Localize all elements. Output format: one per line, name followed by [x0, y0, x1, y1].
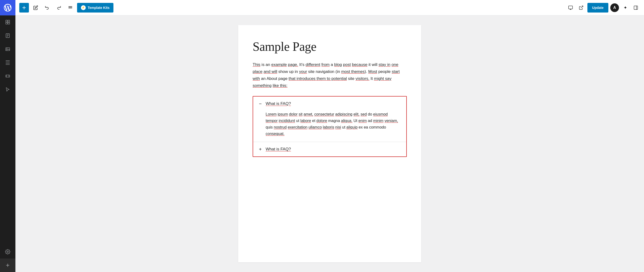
faq-item-1: − What is FAQ? Lorem ipsum dolor sit ame… [253, 96, 406, 142]
undo-button[interactable] [42, 3, 52, 12]
svg-rect-2 [6, 22, 8, 24]
faq-answer-1: Lorem ipsum dolor sit amet, consectetur … [259, 111, 400, 137]
external-link-button[interactable] [577, 3, 586, 12]
faq-item-2: + What is FAQ? [253, 142, 406, 156]
faq-toggle-1: − [259, 101, 263, 106]
sidebar-item-pages[interactable] [0, 29, 16, 42]
template-kits-icon [81, 5, 86, 10]
svg-rect-0 [6, 20, 8, 22]
page-title: Sample Page [253, 39, 407, 54]
faq-question-2: What is FAQ? [266, 147, 291, 152]
sidebar-item-blocks[interactable] [0, 15, 16, 29]
faq-toggle-2: + [259, 147, 263, 152]
add-button[interactable] [19, 3, 29, 12]
sidebar-item-media[interactable] [0, 42, 16, 56]
svg-rect-3 [8, 22, 10, 24]
sidebar-item-settings[interactable] [0, 245, 16, 259]
sidebar-add-bottom[interactable] [0, 259, 16, 272]
svg-rect-14 [6, 75, 10, 77]
sidebar-item-navigation[interactable] [0, 69, 16, 83]
page-content: Sample Page This is an example page. It'… [238, 25, 421, 262]
editor-area: Sample Page This is an example page. It'… [16, 15, 644, 272]
wordpress-logo[interactable] [0, 0, 16, 15]
template-kits-label: Template Kits [88, 6, 110, 10]
svg-rect-27 [634, 6, 638, 9]
list-view-button[interactable] [66, 3, 75, 12]
toolbar: Template Kits U [16, 0, 644, 15]
sidebar-item-cursor[interactable] [0, 83, 16, 96]
sidebar-toggle-button[interactable] [632, 3, 640, 12]
faq-block: − What is FAQ? Lorem ipsum dolor sit ame… [253, 96, 407, 157]
toolbar-right: Update A ✦ [566, 3, 640, 12]
template-kits-button[interactable]: Template Kits [77, 3, 114, 12]
page-description: This is an example page. It's different … [253, 61, 407, 89]
update-button[interactable]: Update [588, 3, 608, 12]
svg-rect-23 [568, 6, 572, 9]
edit-button[interactable] [31, 3, 40, 12]
responsive-desktop-button[interactable] [566, 3, 575, 12]
redo-button[interactable] [54, 3, 64, 12]
faq-header-2[interactable]: + What is FAQ? [259, 147, 400, 152]
faq-question-1: What is FAQ? [266, 101, 291, 106]
svg-line-26 [581, 6, 583, 8]
ai-sparkle-button[interactable]: ✦ [621, 3, 630, 12]
svg-point-9 [6, 48, 7, 49]
faq-header-1[interactable]: − What is FAQ? [259, 101, 400, 106]
svg-point-17 [7, 251, 8, 253]
user-avatar[interactable]: A [610, 3, 619, 12]
svg-rect-1 [8, 20, 10, 22]
sidebar [0, 0, 16, 272]
main-wrapper: Template Kits U [16, 0, 644, 272]
sidebar-item-patterns[interactable] [0, 56, 16, 69]
